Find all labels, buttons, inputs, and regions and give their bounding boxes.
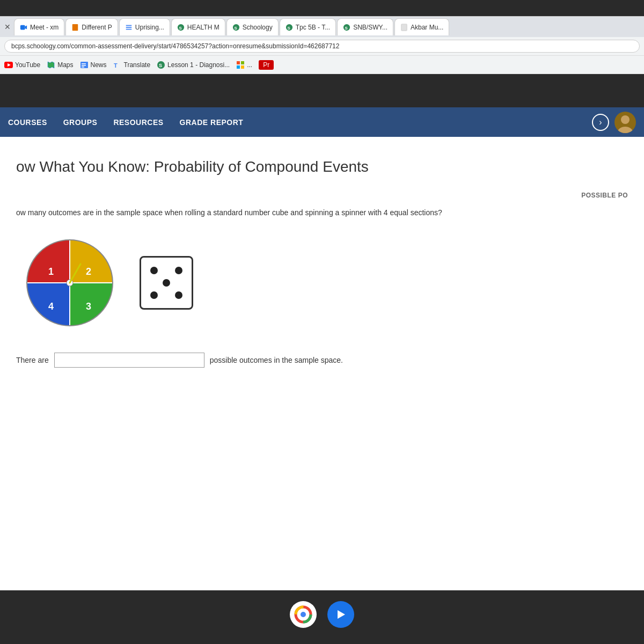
page-icon <box>400 24 408 31</box>
svg-point-40 <box>150 267 158 274</box>
svg-rect-20 <box>82 65 86 66</box>
bookmarks-bar: YouTube Maps News T <box>0 56 644 74</box>
nav-avatar[interactable] <box>614 112 636 133</box>
svg-rect-25 <box>237 61 240 64</box>
svg-text:4: 4 <box>48 301 54 312</box>
spinner-svg: 1 2 3 4 <box>21 235 118 331</box>
svg-point-41 <box>175 267 182 274</box>
bookmark-youtube[interactable]: YouTube <box>4 61 40 69</box>
tab-meet-label: Meet - xm <box>30 24 58 31</box>
question-area: POSSIBLE PO ow many outcomes are in the … <box>16 192 628 218</box>
svg-rect-2 <box>72 24 78 30</box>
svg-text:1: 1 <box>48 266 54 277</box>
bookmark-pr-label: Pr <box>263 61 269 69</box>
main-content: ow What You Know: Probability of Compoun… <box>0 137 644 590</box>
tab-tpc-label: Tpc 5B - T... <box>296 24 330 31</box>
play-icon <box>334 608 347 621</box>
svg-rect-26 <box>241 61 244 64</box>
svg-point-29 <box>621 115 630 124</box>
tab-akbar[interactable]: Akbar Mu... <box>394 18 449 35</box>
possible-points: POSSIBLE PO <box>16 192 628 199</box>
svg-rect-21 <box>82 67 84 68</box>
bookmark-news[interactable]: News <box>80 61 107 69</box>
svg-rect-5 <box>126 28 132 30</box>
svg-rect-0 <box>20 25 25 30</box>
address-bar[interactable]: bcps.schoology.com/common-assessment-del… <box>4 40 640 53</box>
bookmark-pr[interactable]: Pr <box>259 60 274 70</box>
avatar-icon <box>614 112 636 133</box>
nav-groups[interactable]: GROUPS <box>63 114 98 131</box>
bottom-bar <box>0 598 644 631</box>
bookmark-youtube-label: YouTube <box>15 61 40 69</box>
tab-snb[interactable]: S SNB/SWY... <box>337 18 393 35</box>
nav-grade-report[interactable]: GRADE REPORT <box>180 114 244 131</box>
tab-meet[interactable]: Meet - xm <box>14 18 64 35</box>
visuals-area: 1 2 3 4 <box>21 235 628 331</box>
svg-point-44 <box>175 291 182 299</box>
tab-different-label: Different P <box>82 24 112 31</box>
question-text: ow many outcomes are in the sample space… <box>16 207 628 218</box>
tab-close-icon[interactable]: ✕ <box>4 23 11 31</box>
schoology-nav: COURSES GROUPS RESOURCES GRADE REPORT › <box>0 107 644 137</box>
svg-rect-4 <box>126 27 132 28</box>
svg-point-42 <box>163 279 170 287</box>
answer-input[interactable] <box>54 353 204 368</box>
bookmark-translate-label: Translate <box>124 61 151 69</box>
svg-text:S: S <box>287 25 290 30</box>
bookmark-maps[interactable]: Maps <box>47 61 73 69</box>
tab-bar: ✕ Meet - xm Different P <box>0 17 644 37</box>
svg-rect-27 <box>237 65 240 69</box>
tab-uprising-label: Uprising... <box>135 24 164 31</box>
list-icon <box>125 24 133 31</box>
play-btn[interactable] <box>327 601 354 628</box>
bookmark-windows-label: ... <box>247 61 252 69</box>
svg-text:S: S <box>179 25 181 30</box>
tab-different[interactable]: Different P <box>65 18 118 35</box>
dice-svg <box>142 259 191 307</box>
svg-marker-17 <box>48 62 54 68</box>
news-icon <box>80 61 89 69</box>
svg-rect-28 <box>241 65 244 69</box>
schoology-icon-2: S <box>232 24 240 31</box>
answer-suffix: possible outcomes in the sample space. <box>210 356 343 364</box>
spinner-container: 1 2 3 4 <box>21 235 118 331</box>
nav-courses[interactable]: COURSES <box>8 114 47 131</box>
windows-icon <box>236 61 245 69</box>
svg-marker-50 <box>338 610 345 619</box>
bookmark-maps-label: Maps <box>57 61 73 69</box>
bookmark-lesson[interactable]: S Lesson 1 - Diagnosi... <box>157 61 230 69</box>
maps-icon <box>47 61 55 69</box>
chrome-logo-btn[interactable] <box>290 601 317 628</box>
tab-tpc[interactable]: S Tpc 5B - T... <box>280 18 336 35</box>
nav-resources[interactable]: RESOURCES <box>113 114 163 131</box>
tab-health[interactable]: S HEALTH M <box>171 18 225 35</box>
dice-container <box>140 256 193 310</box>
answer-prefix: There are <box>16 356 49 364</box>
page-title: ow What You Know: Probability of Compoun… <box>16 158 628 175</box>
outer-frame: ✕ Meet - xm Different P <box>0 0 644 644</box>
tab-schoology[interactable]: S Schoology <box>226 18 279 35</box>
video-icon <box>20 24 27 31</box>
svg-rect-14 <box>401 24 407 30</box>
svg-text:S: S <box>345 25 348 30</box>
svg-point-49 <box>300 611 306 618</box>
tab-akbar-label: Akbar Mu... <box>411 24 443 31</box>
browser-chrome: ✕ Meet - xm Different P <box>0 16 644 74</box>
svg-rect-19 <box>82 63 86 64</box>
svg-point-43 <box>150 291 158 299</box>
bookmark-translate[interactable]: T Translate <box>113 61 151 69</box>
chrome-logo-icon <box>294 605 313 624</box>
svg-point-30 <box>618 127 633 133</box>
svg-rect-3 <box>126 25 132 26</box>
bookmark-lesson-label: Lesson 1 - Diagnosi... <box>167 61 230 69</box>
doc-icon <box>71 24 79 31</box>
nav-chevron-icon[interactable]: › <box>592 114 609 131</box>
svg-marker-1 <box>25 25 27 29</box>
tab-uprising[interactable]: Uprising... <box>119 18 170 35</box>
bookmark-windows[interactable]: ... <box>236 61 252 69</box>
schoology-icon-4: S <box>343 24 350 31</box>
tab-health-label: HEALTH M <box>187 24 219 31</box>
svg-text:3: 3 <box>86 301 91 312</box>
svg-text:S: S <box>234 25 237 30</box>
svg-text:S: S <box>159 63 162 68</box>
